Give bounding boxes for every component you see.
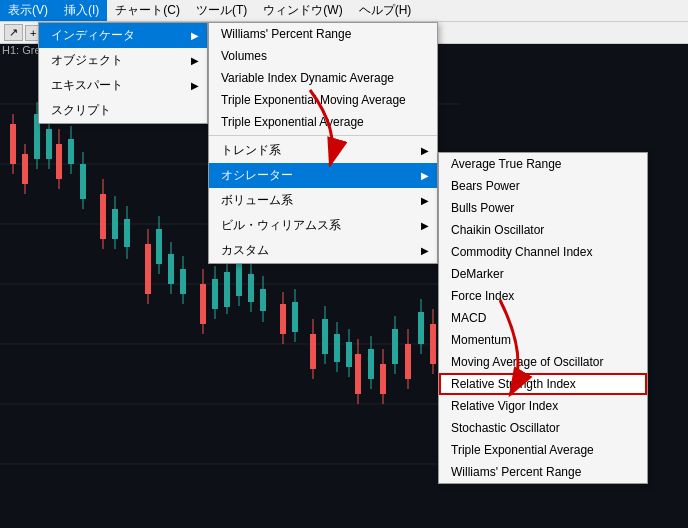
menu-l3-cci[interactable]: Commodity Channel Index [439,241,647,263]
menu-l2-volume[interactable]: ボリューム系 ▶ [209,188,437,213]
menu-l3-force-index[interactable]: Force Index [439,285,647,307]
menu-l3-rvi[interactable]: Relative Vigor Index [439,395,647,417]
menu-l2-bill-williams[interactable]: ビル・ウィリアムス系 ▶ [209,213,437,238]
menu-l3-rsi[interactable]: Relative Strength Index [439,373,647,395]
menu-indicator-dropdown: Williams' Percent Range Volumes Variable… [208,22,438,264]
menu-l3-chaikin[interactable]: Chaikin Oscillator [439,219,647,241]
menu-l1-object[interactable]: オブジェクト ▶ [39,48,207,73]
menu-chart[interactable]: チャート(C) [107,0,188,21]
menu-l3-momentum[interactable]: Momentum [439,329,647,351]
menu-window[interactable]: ウィンドウ(W) [255,0,350,21]
toolbar-arrow[interactable]: ↗ [4,24,23,41]
menu-l3-triple-exp[interactable]: Triple Exponential Average [439,439,647,461]
menu-l2-custom[interactable]: カスタム ▶ [209,238,437,263]
menu-l2-trend[interactable]: トレンド系 ▶ [209,138,437,163]
menu-separator [209,135,437,136]
menu-l2-williams[interactable]: Williams' Percent Range [209,23,437,45]
menu-l3-demarker[interactable]: DeMarker [439,263,647,285]
menu-l1-indicator[interactable]: インディケータ ▶ [39,23,207,48]
menu-oscillator-dropdown: Average True Range Bears Power Bulls Pow… [438,152,648,484]
arrow-right-icon: ▶ [421,170,429,181]
arrow-right-icon: ▶ [421,220,429,231]
arrow-right-icon: ▶ [421,245,429,256]
menu-l3-macd[interactable]: MACD [439,307,647,329]
arrow-right-icon: ▶ [191,30,199,41]
menu-l3-bulls-power[interactable]: Bulls Power [439,197,647,219]
arrow-right-icon: ▶ [191,55,199,66]
arrow-right-icon: ▶ [191,80,199,91]
menu-l3-bears-power[interactable]: Bears Power [439,175,647,197]
menu-display[interactable]: 表示(V) [0,0,56,21]
menu-l3-atr[interactable]: Average True Range [439,153,647,175]
menu-l2-oscillator[interactable]: オシレーター ▶ [209,163,437,188]
menu-l2-tema[interactable]: Triple Exponential Average [209,111,437,133]
menu-l2-vidya[interactable]: Variable Index Dynamic Average [209,67,437,89]
menu-l2-volumes[interactable]: Volumes [209,45,437,67]
arrow-right-icon: ▶ [421,145,429,156]
menu-l3-mao[interactable]: Moving Average of Oscillator [439,351,647,373]
menu-tools[interactable]: ツール(T) [188,0,255,21]
menu-help[interactable]: ヘルプ(H) [351,0,420,21]
menu-insert[interactable]: 挿入(I) [56,0,107,21]
menu-l3-stochastic[interactable]: Stochastic Oscillator [439,417,647,439]
menu-insert-dropdown: インディケータ ▶ オブジェクト ▶ エキスパート ▶ スクリプト [38,22,208,124]
menu-l1-script[interactable]: スクリプト [39,98,207,123]
menu-l3-williams-pct[interactable]: Williams' Percent Range [439,461,647,483]
arrow-right-icon: ▶ [421,195,429,206]
menu-l2-tema-moving[interactable]: Triple Exponential Moving Average [209,89,437,111]
menubar: 表示(V) 挿入(I) チャート(C) ツール(T) ウィンドウ(W) ヘルプ(… [0,0,688,22]
menu-l1-expert[interactable]: エキスパート ▶ [39,73,207,98]
